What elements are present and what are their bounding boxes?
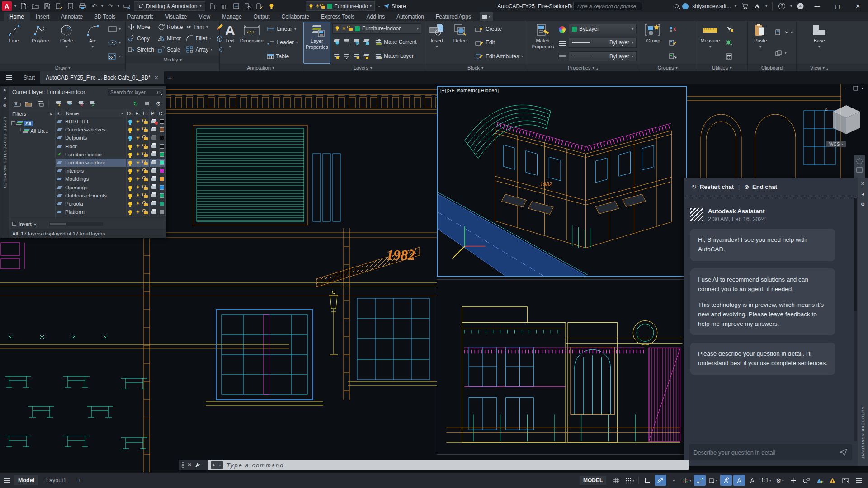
user-caret-icon[interactable]: ▾	[735, 4, 736, 8]
close-tab-icon[interactable]: ✕	[154, 75, 159, 81]
panel-label-utilities[interactable]: Utilities▾	[696, 64, 747, 71]
annotation-monitor-button[interactable]	[787, 475, 799, 486]
tab-add-ins[interactable]: Add-ins	[360, 12, 391, 21]
autoscale-button[interactable]	[733, 475, 745, 486]
layer-row[interactable]: Counters-shelves ☀	[56, 126, 166, 134]
layer-row-selected[interactable]: Furniture-outdoor ☀	[56, 159, 166, 167]
new-file-icon[interactable]	[19, 2, 28, 11]
paste-button[interactable]: Paste▾	[749, 22, 772, 64]
doc-markup-icon[interactable]	[255, 2, 264, 11]
tab-automation[interactable]: Automation	[391, 12, 430, 21]
command-prompt-icon[interactable]: >_▾	[211, 461, 223, 469]
palette-close-icon[interactable]: ✕	[3, 88, 6, 93]
dimension-button[interactable]: Dimension	[240, 22, 264, 64]
workspace-gear-button[interactable]: ⚙▾	[774, 475, 786, 486]
match-layer-button[interactable]: Match Layer	[372, 51, 415, 62]
panel-label-view[interactable]: View▾⌟	[797, 64, 842, 71]
quick-layer-dropdown[interactable]: ☀ Furniture-indo ▾	[306, 1, 375, 11]
panel-label-modify[interactable]: Modify▾	[126, 56, 219, 63]
scale-value-button[interactable]: 1:1▾	[760, 475, 773, 486]
save-as-icon[interactable]	[54, 2, 63, 11]
plot-mobile-icon[interactable]	[66, 2, 75, 11]
layer-search-box[interactable]	[108, 88, 163, 96]
move-button[interactable]: Move	[127, 21, 156, 33]
object-snap-button[interactable]: ▾	[707, 475, 719, 486]
send-icon[interactable]	[840, 449, 848, 456]
quick-calc-button[interactable]	[725, 51, 735, 62]
layer-row[interactable]: Platform ☀	[56, 208, 166, 216]
object-snap-tracking-button[interactable]	[694, 475, 706, 486]
command-input-bar[interactable]: >_▾	[208, 460, 689, 470]
text-button[interactable]: A Text▾	[221, 22, 239, 64]
tab-insert[interactable]: Insert	[30, 12, 55, 21]
layer-row[interactable]: Outdoor-elements ☀	[56, 192, 166, 200]
help-search[interactable]	[573, 2, 642, 10]
warning-monitor-button[interactable]	[826, 475, 838, 486]
ellipse-button[interactable]: ▾	[107, 37, 122, 48]
viewport-iso-canvas[interactable]: 1982	[438, 87, 686, 276]
linear-button[interactable]: Linear▾	[265, 23, 299, 35]
close-button[interactable]: ✕	[848, 0, 868, 12]
layer-row-current[interactable]: ✓ Furniture-indoor ☀	[56, 150, 166, 159]
model-tab[interactable]: Model	[14, 475, 38, 485]
stretch-button[interactable]: Stretch	[127, 44, 156, 55]
panel-label-layers[interactable]: Layers▾	[302, 64, 424, 71]
delete-layer-icon[interactable]: ×	[76, 99, 84, 108]
array-button[interactable]: Array▾	[185, 44, 214, 55]
graphics-performance-button[interactable]	[813, 475, 825, 486]
group-selection-button[interactable]	[668, 51, 678, 62]
quick-select-button[interactable]	[725, 23, 735, 35]
customize-wrench-icon[interactable]	[194, 462, 201, 468]
measure-button[interactable]: Measure▾	[698, 22, 723, 64]
edit-attributes-button[interactable]: Edit Attributes▾	[474, 51, 524, 62]
mirror-button[interactable]: Mirror	[156, 33, 184, 44]
make-current-button[interactable]: Make Current	[372, 36, 418, 47]
group-button[interactable]: Group	[641, 22, 666, 64]
tab-annotate[interactable]: Annotate	[55, 12, 89, 21]
undo-icon[interactable]: ↶	[90, 2, 99, 11]
chat-scrollbar[interactable]	[854, 198, 857, 441]
open-folder-icon[interactable]	[31, 2, 40, 11]
cart-icon[interactable]	[740, 2, 749, 11]
file-tabs-menu-icon[interactable]	[0, 71, 18, 84]
new-drawing-tab-button[interactable]: +	[164, 71, 176, 84]
rectangle-button[interactable]: ▾	[107, 23, 122, 35]
doc-search-icon[interactable]	[243, 2, 252, 11]
properties-window-icon[interactable]	[231, 2, 241, 11]
tab-active-drawing[interactable]: AutoCAD-FY25_Fire-...-Book-Cafe_01_3D*✕	[40, 71, 164, 84]
collapse-filters-icon[interactable]: «	[50, 111, 52, 117]
print-icon[interactable]	[78, 2, 87, 11]
trim-button[interactable]: ✂Trim▾	[185, 21, 214, 33]
command-input[interactable]	[226, 462, 686, 469]
insert-button[interactable]: Insert▾	[425, 22, 448, 64]
chat-input[interactable]	[693, 449, 840, 456]
redo-icon[interactable]: ↷	[106, 2, 115, 11]
panel-label-draw[interactable]: Draw▾	[0, 64, 125, 71]
layer-search-input[interactable]	[110, 89, 157, 95]
scale-button[interactable]: Scale	[156, 44, 184, 55]
tab-output[interactable]: Output	[248, 12, 276, 21]
tab-view[interactable]: View	[193, 12, 216, 21]
annotation-scale-icon[interactable]	[746, 475, 758, 486]
username[interactable]: shiyamdev.srit...	[692, 3, 731, 9]
clean-screen-button[interactable]	[840, 475, 851, 486]
set-current-layer-icon[interactable]: ✓	[87, 99, 95, 108]
apps-caret-icon[interactable]: ▾	[765, 4, 767, 8]
save-icon[interactable]	[42, 2, 52, 11]
group-edit-button[interactable]	[668, 37, 678, 48]
chat-autohide-icon[interactable]: ◂	[862, 191, 864, 197]
statusbar-menu-icon[interactable]	[4, 478, 10, 483]
panel-label-groups[interactable]: Groups▾	[639, 64, 696, 71]
grid-display-button[interactable]	[610, 475, 622, 486]
settings-gear-icon[interactable]: ⚙	[154, 99, 162, 108]
match-properties-button[interactable]: Match Properties	[528, 22, 557, 64]
new-layer-vp-frozen-icon[interactable]: *	[65, 99, 73, 108]
cut-button[interactable]: ✂▾	[774, 27, 794, 38]
pan-hand-icon[interactable]	[220, 2, 229, 11]
collapse-all-icon[interactable]	[143, 99, 151, 108]
viewport-label[interactable]: [+][SE Isometric][Hidden]	[440, 88, 499, 93]
layer-row[interactable]: Floor ☀	[56, 142, 166, 150]
leader-button[interactable]: Leader▾	[265, 37, 299, 48]
palette-autohide-icon[interactable]: ◂	[4, 95, 6, 100]
maximize-button[interactable]: ▢	[827, 0, 848, 12]
